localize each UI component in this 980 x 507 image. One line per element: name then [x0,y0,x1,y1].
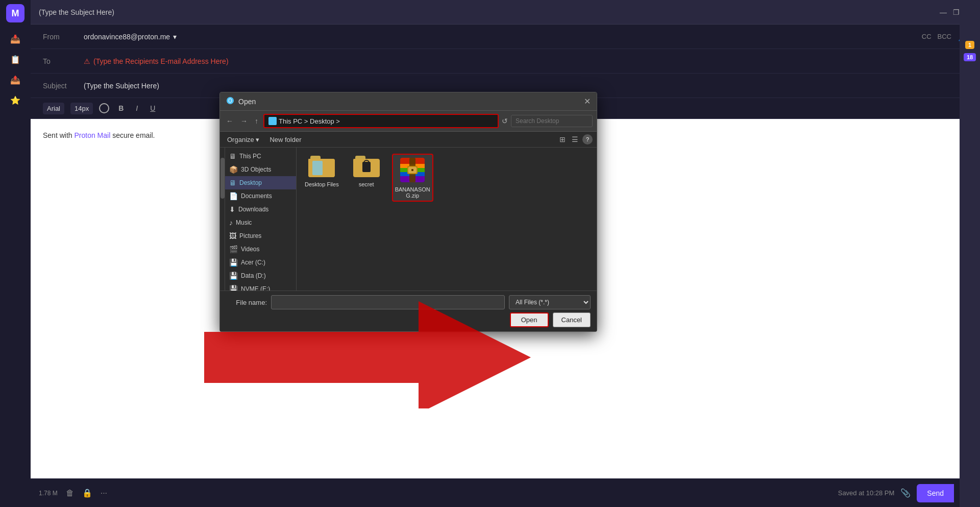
file-item-desktop-files[interactable]: Desktop Files [303,154,341,189]
dialog-cancel-button[interactable]: Cancel [553,312,591,327]
proton-mail-link[interactable]: Proton Mail [74,131,110,139]
italic-button[interactable]: I [133,102,141,114]
cc-button[interactable]: CC [922,33,932,40]
nav-item-downloads[interactable]: ⬇ Downloads [225,203,296,216]
nav-item-label: Videos [241,246,259,253]
dialog-icon: O [226,96,234,107]
dialog-content-area: Desktop Files secret [297,148,597,291]
minimize-button[interactable]: — [940,8,947,16]
scrollbar-thumb[interactable] [220,158,225,199]
nav-item-documents[interactable]: 📄 Documents [225,189,296,203]
file-type-select[interactable]: All Files (*.*) [509,295,591,309]
desktop-icon: 🖥 [229,179,236,187]
desktop-files-folder-icon [308,156,335,178]
address-path-text: This PC > Desktop > [279,117,340,125]
to-row: To ⚠ (Type the Recipients E-mail Address… [31,49,980,74]
right-sidebar: 1 18 [960,0,980,507]
nav-item-nvme-e[interactable]: 💾 NVME (E:) [225,282,296,291]
lock-icon[interactable]: 🔒 [82,488,92,498]
nav-item-label: Pictures [239,232,261,239]
color-picker-icon[interactable] [99,103,109,113]
winrar-zip-icon [399,157,426,183]
refresh-button[interactable]: ↺ [502,117,508,125]
to-label: To [43,57,84,65]
view-list-button[interactable]: ☰ [570,134,580,144]
help-button[interactable]: ? [582,134,593,144]
file-item-bananasong[interactable]: BANANASONG.zip [392,154,433,202]
sidebar-icon-drafts[interactable]: 📋 [6,50,24,68]
view-icons-button[interactable]: ⊞ [557,134,568,144]
sidebar-icon-inbox[interactable]: 📥 [6,30,24,48]
nav-item-music[interactable]: ♪ Music [225,216,296,229]
more-options-icon[interactable]: ··· [101,489,107,498]
file-open-dialog[interactable]: O Open ✕ ← → ↑ This PC > Desktop > ↺ Org… [219,92,597,332]
dialog-title-bar: O Open ✕ [220,92,597,111]
dialog-close-button[interactable]: ✕ [584,96,591,106]
nav-item-label: Music [236,219,252,226]
font-size-selector[interactable]: 14px [70,103,93,114]
to-field[interactable]: ⚠ (Type the Recipients E-mail Address He… [84,57,968,65]
secret-folder-icon [353,156,380,178]
from-email: ordonavince88@proton.me [84,33,170,41]
subject-label: Subject [43,82,84,90]
send-button[interactable]: Send [917,484,954,502]
file-name-input[interactable] [271,295,505,309]
to-warning-icon: ⚠ [84,57,90,65]
nav-item-desktop[interactable]: 🖥 Desktop [225,176,296,189]
videos-icon: 🎬 [229,245,238,253]
music-icon: ♪ [229,219,233,227]
restore-button[interactable]: ❐ [953,8,960,16]
dialog-open-button[interactable]: Open [510,312,549,327]
sidebar-icon-sent[interactable]: 📤 [6,70,24,89]
nav-item-label: NVME (E:) [241,285,270,291]
delete-icon[interactable]: 🗑 [66,489,74,498]
dialog-address-bar: ← → ↑ This PC > Desktop > ↺ [220,111,597,132]
font-selector[interactable]: Arial [43,103,64,114]
nav-item-label: This PC [239,153,261,160]
bananasong-label: BANANASONG.zip [395,186,430,199]
from-dropdown[interactable]: ordonavince88@proton.me ▾ [84,33,177,41]
notification-badge-purple[interactable]: 18 [964,53,976,61]
file-name-row: File name: All Files (*.*) [226,295,591,309]
nav-forward-button[interactable]: → [238,116,250,126]
drive-d-icon: 💾 [229,272,238,280]
svg-text:O: O [228,98,232,104]
app-logo[interactable]: M [6,4,24,22]
sidebar-scrollbar[interactable] [220,148,225,291]
from-dropdown-icon[interactable]: ▾ [173,33,177,41]
nav-item-acer-c[interactable]: 💾 Acer (C:) [225,256,296,269]
new-folder-button[interactable]: New folder [266,135,304,144]
dialog-title: Open [238,98,584,106]
saved-status: Saved at 10:28 PM [838,489,895,497]
notification-badge-orange[interactable]: 1 [965,41,974,49]
nav-up-button[interactable]: ↑ [253,116,260,126]
bcc-button[interactable]: BCC [938,33,951,40]
nav-item-this-pc[interactable]: 🖥 This PC [225,150,296,163]
pictures-icon: 🖼 [229,232,236,240]
underline-button[interactable]: U [147,102,158,114]
bottom-right-controls: Saved at 10:28 PM 📎 Send ▾ [838,484,972,502]
drive-e-icon: 💾 [229,285,238,291]
nav-item-3d-objects[interactable]: 📦 3D Objects [225,163,296,176]
documents-icon: 📄 [229,192,238,200]
search-input[interactable] [511,115,593,127]
file-item-secret[interactable]: secret [351,154,382,189]
sidebar-icon-starred[interactable]: ⭐ [6,91,24,109]
size-indicator: 1.78 M [39,490,58,497]
organize-button[interactable]: Organize ▾ [224,135,262,144]
nav-item-videos[interactable]: 🎬 Videos [225,243,296,256]
attachment-icon[interactable]: 📎 [900,488,911,498]
nav-back-button[interactable]: ← [224,116,235,126]
bold-button[interactable]: B [115,102,127,114]
nav-item-label: Data (D:) [241,272,266,279]
subject-field[interactable]: (Type the Subject Here) [84,82,968,90]
dialog-body: 🖥 This PC 📦 3D Objects 🖥 Desktop 📄 Docum… [220,148,597,291]
dialog-nav-sidebar: 🖥 This PC 📦 3D Objects 🖥 Desktop 📄 Docum… [225,148,297,291]
title-bar: (Type the Subject Here) — ❐ ✕ [31,0,980,25]
nav-item-data-d[interactable]: 💾 Data (D:) [225,269,296,282]
nav-item-pictures[interactable]: 🖼 Pictures [225,229,296,243]
to-placeholder: (Type the Recipients E-mail Address Here… [93,57,229,65]
drive-c-icon: 💾 [229,258,238,267]
desktop-files-label: Desktop Files [305,181,339,187]
address-path-bar[interactable]: This PC > Desktop > [263,114,499,128]
